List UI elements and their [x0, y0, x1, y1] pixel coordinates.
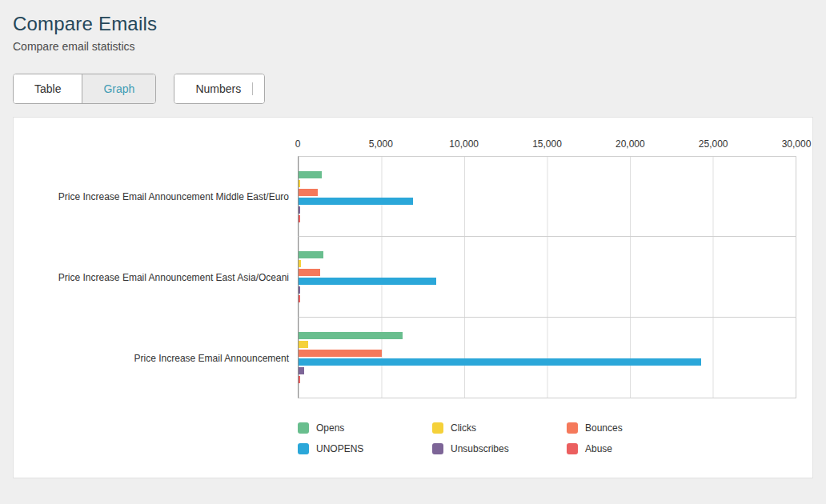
bar-clicks — [299, 260, 301, 267]
x-axis-tick: 20,000 — [615, 138, 645, 150]
bar-unsubscribes — [299, 206, 300, 214]
numbers-button[interactable]: Numbers — [174, 74, 264, 103]
category-row: Price Increase Email Announcement — [30, 318, 796, 398]
legend-swatch — [298, 422, 309, 434]
x-axis-tick: 30,000 — [782, 138, 812, 150]
category-label: Price Increase Email Announcement Middle… — [30, 156, 298, 237]
bar-opens — [299, 332, 403, 339]
legend-swatch — [432, 443, 443, 454]
category-bars — [298, 237, 796, 318]
bar-unopens — [299, 278, 436, 285]
bar-bounces — [299, 269, 320, 276]
numbers-button-group: Numbers — [174, 74, 265, 104]
legend-item-abuse[interactable]: Abuse — [567, 443, 701, 454]
bar-unsubscribes — [299, 286, 300, 294]
x-axis-tick: 5,000 — [369, 138, 393, 150]
bar-unsubscribes — [299, 367, 304, 374]
view-toolbar: Table Graph Numbers — [0, 58, 826, 117]
category-row: Price Increase Email Announcement Middle… — [30, 156, 796, 237]
chart-card: 05,00010,00015,00020,00025,00030,000 Pri… — [13, 117, 813, 478]
x-axis-tick: 10,000 — [449, 138, 479, 150]
table-view-button[interactable]: Table — [14, 74, 82, 103]
view-toggle-group: Table Graph — [13, 74, 156, 104]
bar-bounces — [299, 189, 318, 196]
plot-area: Price Increase Email Announcement Middle… — [30, 156, 796, 398]
button-divider — [252, 82, 253, 95]
page-title: Compare Emails — [13, 13, 813, 35]
legend-swatch — [567, 422, 578, 434]
bar-abuse — [299, 376, 300, 383]
page: Compare Emails Compare email statistics … — [0, 0, 826, 478]
legend-item-clicks[interactable]: Clicks — [432, 422, 567, 434]
bar-bounces — [299, 350, 382, 357]
graph-view-button[interactable]: Graph — [82, 74, 155, 103]
bar-unopens — [299, 198, 413, 205]
bar-opens — [299, 171, 322, 178]
chart-legend: OpensClicksBouncesUNOPENSUnsubscribesAbu… — [298, 422, 796, 454]
legend-label: Bounces — [585, 422, 623, 434]
bar-unopens — [299, 358, 701, 366]
category-bars — [298, 156, 796, 237]
legend-label: Clicks — [451, 422, 476, 434]
bar-abuse — [299, 215, 300, 222]
bar-clicks — [299, 341, 308, 348]
category-row: Price Increase Email Announcement East A… — [30, 237, 796, 318]
category-label: Price Increase Email Announcement East A… — [30, 237, 298, 318]
legend-item-unopens[interactable]: UNOPENS — [298, 443, 432, 454]
legend-label: Opens — [316, 422, 344, 434]
legend-label: UNOPENS — [316, 443, 363, 454]
legend-label: Unsubscribes — [451, 443, 509, 454]
legend-swatch — [567, 443, 578, 454]
compare-emails-bar-chart: 05,00010,00015,00020,00025,00030,000 Pri… — [30, 135, 796, 454]
legend-swatch — [298, 443, 309, 454]
legend-item-opens[interactable]: Opens — [298, 422, 432, 434]
legend-item-bounces[interactable]: Bounces — [567, 422, 701, 434]
x-axis-tick: 0 — [295, 138, 301, 150]
legend-label: Abuse — [585, 443, 612, 454]
x-axis-tick: 25,000 — [699, 138, 728, 150]
legend-item-unsubscribes[interactable]: Unsubscribes — [432, 443, 567, 454]
x-axis: 05,00010,00015,00020,00025,00030,000 — [298, 135, 796, 156]
category-bars — [298, 318, 796, 398]
legend-swatch — [432, 422, 443, 434]
x-axis-tick: 15,000 — [532, 138, 562, 150]
bar-clicks — [299, 180, 300, 187]
numbers-button-label: Numbers — [195, 82, 241, 95]
page-header: Compare Emails Compare email statistics — [0, 0, 826, 58]
bar-opens — [299, 251, 323, 258]
category-label: Price Increase Email Announcement — [30, 318, 298, 398]
bar-abuse — [299, 295, 300, 302]
page-subtitle: Compare email statistics — [13, 40, 813, 53]
